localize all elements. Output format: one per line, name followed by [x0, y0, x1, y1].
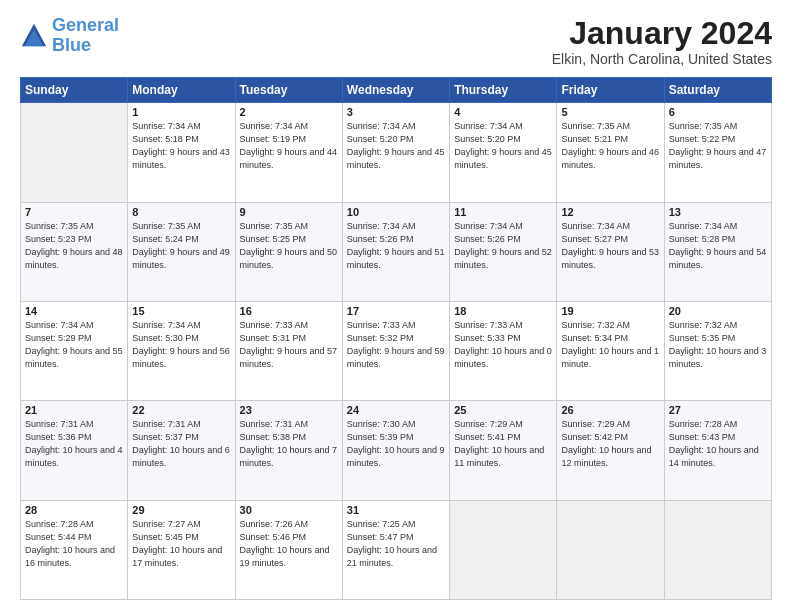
- calendar-cell: 18Sunrise: 7:33 AMSunset: 5:33 PMDayligh…: [450, 301, 557, 400]
- day-info: Sunrise: 7:34 AMSunset: 5:20 PMDaylight:…: [454, 120, 552, 172]
- calendar-cell: 8Sunrise: 7:35 AMSunset: 5:24 PMDaylight…: [128, 202, 235, 301]
- day-info: Sunrise: 7:28 AMSunset: 5:44 PMDaylight:…: [25, 518, 123, 570]
- calendar-cell: 25Sunrise: 7:29 AMSunset: 5:41 PMDayligh…: [450, 401, 557, 500]
- logo-blue: Blue: [52, 35, 91, 55]
- day-number: 26: [561, 404, 659, 416]
- calendar-cell: 24Sunrise: 7:30 AMSunset: 5:39 PMDayligh…: [342, 401, 449, 500]
- day-number: 24: [347, 404, 445, 416]
- day-info: Sunrise: 7:31 AMSunset: 5:37 PMDaylight:…: [132, 418, 230, 470]
- weekday-header: Monday: [128, 78, 235, 103]
- day-number: 19: [561, 305, 659, 317]
- day-number: 10: [347, 206, 445, 218]
- day-info: Sunrise: 7:34 AMSunset: 5:26 PMDaylight:…: [454, 220, 552, 272]
- day-info: Sunrise: 7:33 AMSunset: 5:33 PMDaylight:…: [454, 319, 552, 371]
- day-number: 6: [669, 106, 767, 118]
- day-number: 18: [454, 305, 552, 317]
- day-number: 28: [25, 504, 123, 516]
- day-info: Sunrise: 7:35 AMSunset: 5:23 PMDaylight:…: [25, 220, 123, 272]
- day-number: 30: [240, 504, 338, 516]
- calendar-cell: 15Sunrise: 7:34 AMSunset: 5:30 PMDayligh…: [128, 301, 235, 400]
- day-number: 29: [132, 504, 230, 516]
- calendar-cell: 22Sunrise: 7:31 AMSunset: 5:37 PMDayligh…: [128, 401, 235, 500]
- day-number: 9: [240, 206, 338, 218]
- day-info: Sunrise: 7:34 AMSunset: 5:18 PMDaylight:…: [132, 120, 230, 172]
- calendar-cell: 28Sunrise: 7:28 AMSunset: 5:44 PMDayligh…: [21, 500, 128, 599]
- day-info: Sunrise: 7:35 AMSunset: 5:25 PMDaylight:…: [240, 220, 338, 272]
- day-info: Sunrise: 7:25 AMSunset: 5:47 PMDaylight:…: [347, 518, 445, 570]
- day-number: 31: [347, 504, 445, 516]
- day-info: Sunrise: 7:31 AMSunset: 5:38 PMDaylight:…: [240, 418, 338, 470]
- day-info: Sunrise: 7:31 AMSunset: 5:36 PMDaylight:…: [25, 418, 123, 470]
- page: General Blue January 2024 Elkin, North C…: [0, 0, 792, 612]
- day-info: Sunrise: 7:33 AMSunset: 5:32 PMDaylight:…: [347, 319, 445, 371]
- day-number: 1: [132, 106, 230, 118]
- day-info: Sunrise: 7:27 AMSunset: 5:45 PMDaylight:…: [132, 518, 230, 570]
- day-number: 21: [25, 404, 123, 416]
- day-info: Sunrise: 7:26 AMSunset: 5:46 PMDaylight:…: [240, 518, 338, 570]
- calendar-cell: 4Sunrise: 7:34 AMSunset: 5:20 PMDaylight…: [450, 103, 557, 202]
- calendar-cell: 16Sunrise: 7:33 AMSunset: 5:31 PMDayligh…: [235, 301, 342, 400]
- weekday-header: Friday: [557, 78, 664, 103]
- calendar-cell: [21, 103, 128, 202]
- header: General Blue January 2024 Elkin, North C…: [20, 16, 772, 67]
- calendar-cell: 26Sunrise: 7:29 AMSunset: 5:42 PMDayligh…: [557, 401, 664, 500]
- day-info: Sunrise: 7:34 AMSunset: 5:27 PMDaylight:…: [561, 220, 659, 272]
- day-info: Sunrise: 7:29 AMSunset: 5:42 PMDaylight:…: [561, 418, 659, 470]
- calendar-cell: 5Sunrise: 7:35 AMSunset: 5:21 PMDaylight…: [557, 103, 664, 202]
- calendar-cell: 12Sunrise: 7:34 AMSunset: 5:27 PMDayligh…: [557, 202, 664, 301]
- calendar-cell: 23Sunrise: 7:31 AMSunset: 5:38 PMDayligh…: [235, 401, 342, 500]
- day-info: Sunrise: 7:35 AMSunset: 5:24 PMDaylight:…: [132, 220, 230, 272]
- day-number: 15: [132, 305, 230, 317]
- day-number: 5: [561, 106, 659, 118]
- day-number: 17: [347, 305, 445, 317]
- calendar-cell: 19Sunrise: 7:32 AMSunset: 5:34 PMDayligh…: [557, 301, 664, 400]
- weekday-header: Wednesday: [342, 78, 449, 103]
- day-number: 23: [240, 404, 338, 416]
- location: Elkin, North Carolina, United States: [552, 51, 772, 67]
- day-info: Sunrise: 7:35 AMSunset: 5:21 PMDaylight:…: [561, 120, 659, 172]
- calendar-cell: 30Sunrise: 7:26 AMSunset: 5:46 PMDayligh…: [235, 500, 342, 599]
- day-number: 7: [25, 206, 123, 218]
- day-number: 11: [454, 206, 552, 218]
- day-number: 14: [25, 305, 123, 317]
- calendar-table: SundayMondayTuesdayWednesdayThursdayFrid…: [20, 77, 772, 600]
- day-info: Sunrise: 7:34 AMSunset: 5:19 PMDaylight:…: [240, 120, 338, 172]
- day-info: Sunrise: 7:34 AMSunset: 5:28 PMDaylight:…: [669, 220, 767, 272]
- day-info: Sunrise: 7:33 AMSunset: 5:31 PMDaylight:…: [240, 319, 338, 371]
- day-number: 22: [132, 404, 230, 416]
- day-info: Sunrise: 7:28 AMSunset: 5:43 PMDaylight:…: [669, 418, 767, 470]
- calendar-cell: 13Sunrise: 7:34 AMSunset: 5:28 PMDayligh…: [664, 202, 771, 301]
- logo-general: General: [52, 15, 119, 35]
- day-number: 3: [347, 106, 445, 118]
- day-info: Sunrise: 7:34 AMSunset: 5:26 PMDaylight:…: [347, 220, 445, 272]
- day-number: 12: [561, 206, 659, 218]
- day-number: 13: [669, 206, 767, 218]
- calendar-cell: 2Sunrise: 7:34 AMSunset: 5:19 PMDaylight…: [235, 103, 342, 202]
- day-number: 20: [669, 305, 767, 317]
- calendar-cell: 3Sunrise: 7:34 AMSunset: 5:20 PMDaylight…: [342, 103, 449, 202]
- calendar-cell: [664, 500, 771, 599]
- day-number: 27: [669, 404, 767, 416]
- calendar-cell: 29Sunrise: 7:27 AMSunset: 5:45 PMDayligh…: [128, 500, 235, 599]
- day-info: Sunrise: 7:34 AMSunset: 5:29 PMDaylight:…: [25, 319, 123, 371]
- calendar-cell: 21Sunrise: 7:31 AMSunset: 5:36 PMDayligh…: [21, 401, 128, 500]
- day-number: 16: [240, 305, 338, 317]
- calendar-cell: [557, 500, 664, 599]
- calendar-cell: 31Sunrise: 7:25 AMSunset: 5:47 PMDayligh…: [342, 500, 449, 599]
- weekday-header: Tuesday: [235, 78, 342, 103]
- title-block: January 2024 Elkin, North Carolina, Unit…: [552, 16, 772, 67]
- day-info: Sunrise: 7:35 AMSunset: 5:22 PMDaylight:…: [669, 120, 767, 172]
- weekday-header: Sunday: [21, 78, 128, 103]
- day-info: Sunrise: 7:32 AMSunset: 5:34 PMDaylight:…: [561, 319, 659, 371]
- logo-icon: [20, 22, 48, 50]
- logo: General Blue: [20, 16, 119, 56]
- calendar-cell: 27Sunrise: 7:28 AMSunset: 5:43 PMDayligh…: [664, 401, 771, 500]
- calendar-cell: 7Sunrise: 7:35 AMSunset: 5:23 PMDaylight…: [21, 202, 128, 301]
- day-info: Sunrise: 7:34 AMSunset: 5:20 PMDaylight:…: [347, 120, 445, 172]
- day-info: Sunrise: 7:34 AMSunset: 5:30 PMDaylight:…: [132, 319, 230, 371]
- calendar-cell: 14Sunrise: 7:34 AMSunset: 5:29 PMDayligh…: [21, 301, 128, 400]
- calendar-cell: 11Sunrise: 7:34 AMSunset: 5:26 PMDayligh…: [450, 202, 557, 301]
- calendar-cell: 20Sunrise: 7:32 AMSunset: 5:35 PMDayligh…: [664, 301, 771, 400]
- day-info: Sunrise: 7:29 AMSunset: 5:41 PMDaylight:…: [454, 418, 552, 470]
- calendar-cell: 1Sunrise: 7:34 AMSunset: 5:18 PMDaylight…: [128, 103, 235, 202]
